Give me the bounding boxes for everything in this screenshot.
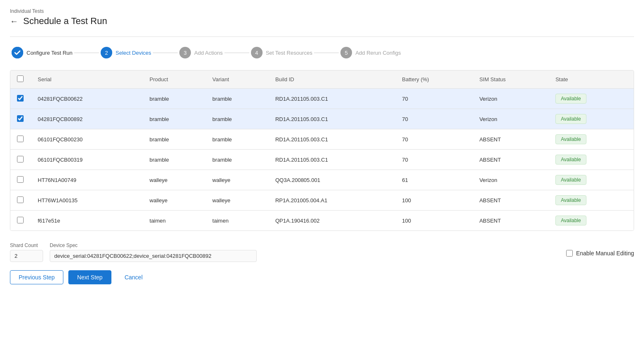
row-product-5: walleye [143,190,206,211]
step-label-5: Add Rerun Configs [355,50,401,56]
row-buildId-4: QQ3A.200805.001 [269,170,396,190]
row-checkbox-0[interactable] [17,95,24,102]
step-circle-1[interactable] [12,47,23,58]
row-battery-3: 70 [396,150,473,170]
row-simStatus-0: Verizon [473,89,549,109]
step-1: Configure Test Run [12,47,72,58]
previous-step-button[interactable]: Previous Step [10,270,63,284]
row-product-0: bramble [143,89,206,109]
status-badge-0: Available [555,94,586,104]
device-spec-label: Device Spec [50,242,257,248]
col-battery: Battery (%) [396,70,473,89]
row-battery-5: 100 [396,190,473,211]
row-serial-1: 04281FQCB00892 [31,109,143,129]
row-simStatus-1: Verizon [473,109,549,129]
status-badge-1: Available [555,114,586,124]
row-buildId-3: RD1A.201105.003.C1 [269,150,396,170]
col-sim-status: SIM Status [473,70,549,89]
step-3: 3Add Actions [179,47,223,58]
step-circle-4: 4 [251,47,263,58]
row-checkbox-6[interactable] [17,217,24,223]
step-circle-2[interactable]: 2 [101,47,112,58]
status-badge-6: Available [555,216,586,225]
devices-table-container: Serial Product Variant Build ID Battery … [10,70,634,231]
row-variant-3: bramble [206,150,269,170]
page-header: ← Schedule a Test Run [10,16,634,27]
row-simStatus-3: ABSENT [473,150,549,170]
row-serial-5: HT76W1A00135 [31,190,143,211]
enable-manual-checkbox[interactable] [566,250,573,257]
device-spec-value[interactable]: device_serial:04281FQCB00622;device_seri… [50,250,257,262]
row-simStatus-6: ABSENT [473,211,549,231]
row-product-2: bramble [143,129,206,150]
row-checkbox-cell-3[interactable] [10,150,31,170]
row-checkbox-cell-6[interactable] [10,211,31,231]
row-serial-4: HT76N1A00749 [31,170,143,190]
row-checkbox-5[interactable] [17,196,24,203]
step-connector-2 [153,53,178,53]
step-label-2: Select Devices [116,50,151,56]
row-product-6: taimen [143,211,206,231]
col-serial: Serial [31,70,143,89]
row-battery-0: 70 [396,89,473,109]
table-header-row: Serial Product Variant Build ID Battery … [10,70,634,89]
row-serial-2: 06101FQCB00230 [31,129,143,150]
step-circle-5: 5 [340,47,352,58]
row-checkbox-cell-1[interactable] [10,109,31,129]
row-buildId-1: RD1A.201105.003.C1 [269,109,396,129]
table-row[interactable]: HT76N1A00749walleyewalleyeQQ3A.200805.00… [10,170,634,190]
status-badge-2: Available [555,134,586,144]
row-buildId-2: RD1A.201105.003.C1 [269,129,396,150]
row-checkbox-2[interactable] [17,136,24,142]
row-battery-1: 70 [396,109,473,129]
row-simStatus-5: ABSENT [473,190,549,211]
row-variant-6: taimen [206,211,269,231]
device-spec-field: Device Spec device_serial:04281FQCB00622… [50,242,257,262]
row-checkbox-3[interactable] [17,156,24,162]
row-state-3: Available [549,150,634,170]
row-checkbox-cell-5[interactable] [10,190,31,211]
shard-count-label: Shard Count [10,242,43,248]
row-state-4: Available [549,170,634,190]
select-all-checkbox[interactable] [17,75,24,82]
row-battery-6: 100 [396,211,473,231]
row-serial-0: 04281FQCB00622 [31,89,143,109]
row-variant-2: bramble [206,129,269,150]
table-row[interactable]: HT76W1A00135walleyewalleyeRP1A.201005.00… [10,190,634,211]
row-checkbox-4[interactable] [17,176,24,183]
footer-section: Shard Count 2 Device Spec device_serial:… [10,238,634,289]
row-serial-3: 06101FQCB00319 [31,150,143,170]
step-circle-3: 3 [179,47,191,58]
row-battery-2: 70 [396,129,473,150]
table-row[interactable]: 04281FQCB00892bramblebrambleRD1A.201105.… [10,109,634,129]
table-row[interactable]: 06101FQCB00319bramblebrambleRD1A.201105.… [10,150,634,170]
step-connector-4 [314,53,339,53]
select-all-header[interactable] [10,70,31,89]
row-product-3: bramble [143,150,206,170]
row-state-2: Available [549,129,634,150]
row-checkbox-cell-0[interactable] [10,89,31,109]
row-serial-6: f617e51e [31,211,143,231]
row-buildId-0: RD1A.201105.003.C1 [269,89,396,109]
cancel-button[interactable]: Cancel [116,271,151,284]
next-step-button[interactable]: Next Step [68,270,111,284]
row-variant-5: walleye [206,190,269,211]
table-row[interactable]: 04281FQCB00622bramblebrambleRD1A.201105.… [10,89,634,109]
step-5: 5Add Rerun Configs [340,47,401,58]
step-label-1: Configure Test Run [27,50,72,56]
action-buttons: Previous Step Next Step Cancel [10,270,634,284]
row-simStatus-2: ABSENT [473,129,549,150]
row-product-1: bramble [143,109,206,129]
table-row[interactable]: 06101FQCB00230bramblebrambleRD1A.201105.… [10,129,634,150]
row-buildId-6: QP1A.190416.002 [269,211,396,231]
stepper: Configure Test Run2Select Devices3Add Ac… [10,47,634,58]
row-checkbox-cell-2[interactable] [10,129,31,150]
status-badge-3: Available [555,155,586,165]
row-checkbox-cell-4[interactable] [10,170,31,190]
row-state-1: Available [549,109,634,129]
row-product-4: walleye [143,170,206,190]
step-connector-3 [224,53,249,53]
table-row[interactable]: f617e51etaimentaimenQP1A.190416.002100AB… [10,211,634,231]
row-checkbox-1[interactable] [17,115,24,122]
back-button[interactable]: ← [10,17,18,26]
